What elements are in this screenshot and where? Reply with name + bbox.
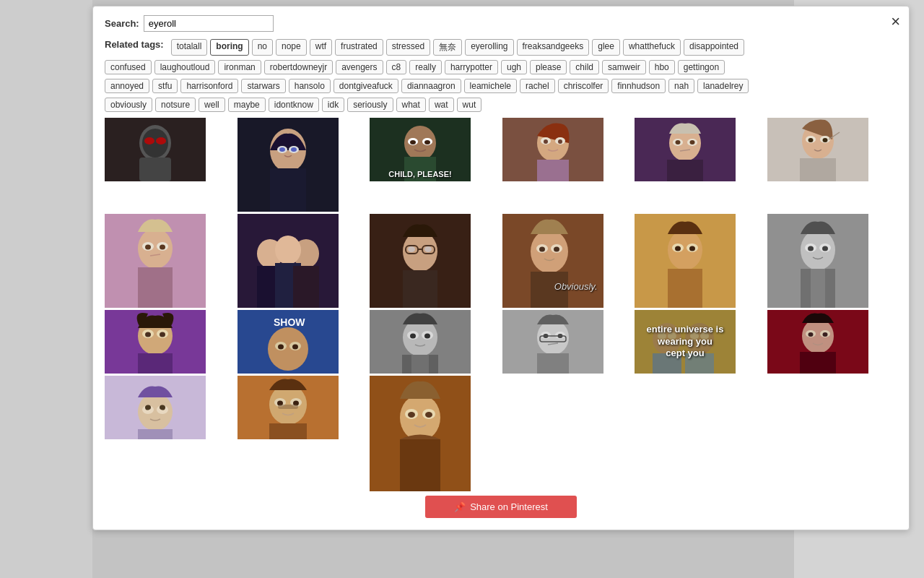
gif-guy-glasses[interactable] <box>370 214 471 308</box>
tags-row-4: obviously notsure well maybe idontknow i… <box>105 98 897 112</box>
tag-seriously[interactable]: seriously <box>347 98 393 112</box>
tag-chriscolfer[interactable]: chriscolfer <box>558 79 609 93</box>
tag-ugh[interactable]: ugh <box>501 60 527 74</box>
gif-bw-kid[interactable] <box>502 310 603 374</box>
svg-point-47 <box>160 245 165 250</box>
gif-boy-lookup[interactable] <box>105 376 206 439</box>
tag-harrisonford[interactable]: harrisonford <box>180 79 238 93</box>
gif-girl-hair[interactable] <box>105 310 206 374</box>
gif-dwayne[interactable]: SHOW <box>237 310 339 374</box>
tag-obviously[interactable]: obviously <box>105 98 152 112</box>
tag-wut[interactable]: wut <box>457 98 482 112</box>
svg-point-32 <box>690 140 695 144</box>
tag-notsure[interactable]: notsure <box>155 98 196 112</box>
tag-confused[interactable]: confused <box>105 60 152 74</box>
tag-idontknow[interactable]: idontknow <box>269 98 319 112</box>
svg-rect-131 <box>800 352 836 374</box>
gif-bollywood[interactable] <box>635 214 736 308</box>
tag-stressed[interactable]: stressed <box>386 39 430 56</box>
tag-finnhudson[interactable]: finnhudson <box>611 79 666 93</box>
tag-wtf[interactable]: wtf <box>310 39 332 56</box>
tag-lanadelrey[interactable]: lanadelrey <box>697 79 749 93</box>
gif-ironman[interactable] <box>105 118 206 181</box>
svg-rect-33 <box>667 160 703 181</box>
gif-harry[interactable] <box>237 118 339 212</box>
tag-freaksandgeeks[interactable]: freaksandgeeks <box>517 39 590 56</box>
tag-boring[interactable]: boring <box>210 39 248 56</box>
gif-group[interactable] <box>237 214 339 308</box>
tag-stfu[interactable]: stfu <box>152 79 178 93</box>
tag-idk[interactable]: idk <box>322 98 344 112</box>
tag-laughoutloud[interactable]: laughoutloud <box>154 60 216 74</box>
tag-robertdowneyjr[interactable]: robertdowneyjr <box>264 60 333 74</box>
svg-point-91 <box>160 332 165 337</box>
svg-point-76 <box>689 246 695 251</box>
tag-diannaagron[interactable]: diannaagron <box>401 79 461 93</box>
tag-annoyed[interactable]: annoyed <box>105 79 149 93</box>
svg-point-90 <box>145 332 151 337</box>
gif-redhead[interactable] <box>502 118 603 181</box>
svg-point-69 <box>554 247 559 252</box>
tag-frustrated[interactable]: frustrated <box>335 39 383 56</box>
tag-nope[interactable]: nope <box>276 39 307 56</box>
tag-wat[interactable]: wat <box>429 98 454 112</box>
tag-c8[interactable]: c8 <box>386 60 407 74</box>
tag-samweir[interactable]: samweir <box>602 60 646 74</box>
gif-bieber[interactable] <box>370 376 471 491</box>
gif-bw-man[interactable] <box>767 214 868 308</box>
tag-eyerolling[interactable]: eyerolling <box>465 39 513 56</box>
tag-muka[interactable]: 無奈 <box>433 39 462 56</box>
svg-point-75 <box>675 246 681 251</box>
tag-leamichele[interactable]: leamichele <box>464 79 517 93</box>
tag-totalall[interactable]: totalall <box>171 39 208 56</box>
tag-please[interactable]: please <box>530 60 567 74</box>
svg-point-95 <box>268 327 308 371</box>
tag-no[interactable]: no <box>252 39 273 56</box>
tag-disappointed[interactable]: disappointed <box>684 39 744 56</box>
svg-point-11 <box>279 147 285 152</box>
svg-rect-77 <box>668 269 702 308</box>
tag-glee[interactable]: glee <box>592 39 620 56</box>
tag-hansolo[interactable]: hansolo <box>289 79 331 93</box>
pinterest-button[interactable]: 📌 Share on Pinterest <box>425 496 577 518</box>
close-button[interactable]: × <box>891 14 900 30</box>
tag-rachel[interactable]: rachel <box>520 79 555 93</box>
svg-point-52 <box>275 236 301 264</box>
svg-point-129 <box>808 332 813 337</box>
tag-whatthefuck[interactable]: whatthefuck <box>623 39 681 56</box>
svg-point-57 <box>403 231 437 272</box>
svg-point-99 <box>292 345 298 350</box>
gif-bw-oldman[interactable] <box>370 310 471 374</box>
gif-think[interactable] <box>767 118 868 181</box>
gif-bored-girl[interactable] <box>635 118 736 181</box>
tag-harrypotter[interactable]: harrypotter <box>445 60 498 74</box>
tags-row-1: Related tags: totalall boring no nope wt… <box>105 39 897 56</box>
tag-ironman[interactable]: ironman <box>218 60 261 74</box>
share-section: 📌 Share on Pinterest <box>105 496 897 518</box>
tag-what[interactable]: what <box>396 98 426 112</box>
tag-nah[interactable]: nah <box>668 79 694 93</box>
tag-child[interactable]: child <box>570 60 599 74</box>
gif-woman-red[interactable] <box>767 310 868 374</box>
svg-point-65 <box>531 230 568 273</box>
gif-obviously[interactable]: Obviously. <box>502 214 603 308</box>
svg-point-148 <box>400 394 440 441</box>
related-tags-label: Related tags: <box>105 39 164 56</box>
tag-gettingon[interactable]: gettingon <box>678 60 725 74</box>
tag-avengers[interactable]: avengers <box>336 60 383 74</box>
tag-well[interactable]: well <box>199 98 225 112</box>
svg-rect-55 <box>293 266 319 308</box>
tag-hbo[interactable]: hbo <box>649 60 675 74</box>
tag-dontgiveafuck[interactable]: dontgiveafuck <box>334 79 398 93</box>
gif-rachel[interactable] <box>105 214 206 308</box>
tag-maybe[interactable]: maybe <box>228 98 266 112</box>
universe-overlay: entire universe is wearing youcept you <box>635 310 736 374</box>
search-input[interactable] <box>144 15 274 32</box>
tag-starwars[interactable]: starwars <box>241 79 285 93</box>
tag-really[interactable]: really <box>409 60 442 74</box>
svg-point-104 <box>410 334 416 339</box>
svg-point-46 <box>145 245 151 250</box>
gif-childplease[interactable]: CHILD, PLEASE! <box>370 118 471 181</box>
gif-oldman2[interactable] <box>237 376 339 439</box>
gif-two-boys[interactable]: entire universe is wearing youcept you <box>635 310 736 374</box>
